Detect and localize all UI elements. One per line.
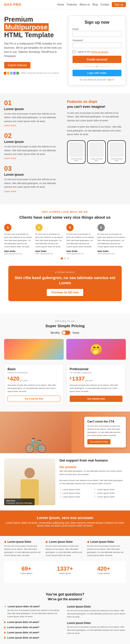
signin-link: Do you have an account? Sign in [73, 78, 121, 81]
lorem-card-icon-3: ◆ [87, 540, 89, 544]
faq-question-4[interactable]: ▶ Lorem ipsum dolor sit amet? [4, 631, 63, 634]
checklist-item-4: ✓ Lorem Ipsum Dolor [94, 488, 126, 491]
email-field[interactable] [73, 31, 121, 37]
password-label: Password [73, 39, 121, 42]
phone-2: YOUR PHONE APP [87, 140, 106, 164]
bike-image: 🚲 [0, 412, 72, 453]
check-icon-3: ✓ [60, 495, 62, 498]
feature-desc-2: At vero eos et accusam et justo duo dolo… [4, 145, 63, 156]
terms-checkbox-row: I agree to the Terms of Service [73, 50, 121, 53]
dot-2[interactable] [64, 257, 66, 260]
nav-signup-button[interactable]: Sign up [112, 2, 126, 7]
pricing-btn-basic[interactable]: Try it out for free [8, 396, 60, 402]
feature-num-1: 01 [4, 99, 63, 106]
lorem-card-text-2: At vero eos et accusam et justo duo dolo… [46, 545, 84, 557]
testi-role-3: CEO Awesome Inc. [66, 252, 95, 255]
checklist-item-2: ✓ Lorem Ipsum Dolor [60, 492, 92, 494]
support-person-image [4, 458, 55, 505]
testi-text-4: Te vero eos et accusam et justo duo dolo… [98, 233, 126, 248]
nav-home[interactable]: Home [57, 3, 64, 6]
checklist-item-1: ✓ Lorem Ipsum Dolor [60, 488, 92, 491]
toggle-yearly: Yearly [72, 331, 79, 334]
lorem-card-title-1: ◆ Lorem ipsum Dolor [4, 540, 43, 544]
nav-about[interactable]: About us [80, 3, 90, 6]
divider-text: ─────── or ─────── [73, 65, 121, 68]
learn-more-3[interactable]: Learn more [4, 190, 16, 193]
signup-card: Sign up now Email Password I agree to th… [68, 16, 126, 85]
feature-title-1: Lorem ipsum [4, 107, 63, 111]
terms-label: I agree to the Terms of Service [77, 50, 108, 53]
faq-question-5[interactable]: ▶ Lorem ipsum dolor sit amet? [4, 636, 63, 639]
testi-role-4: CEO Awesome Inc. [98, 252, 126, 255]
toggle-monthly: Monthly [51, 331, 60, 334]
features-left: 01 Lorem ipsum At vero eos et accusam et… [4, 99, 63, 198]
stats-row: 69+ Lorem Ipsum 1337+ Lorem Ipsum 420+ L… [8, 565, 122, 574]
checklist-item-3: ✓ Lorem Ipsum Dolor [60, 495, 92, 498]
learn-more-2[interactable]: Learn more [4, 157, 16, 160]
pricing-cards: Basic Perfect for Individuals $ 420 per … [4, 364, 126, 405]
lorem-banner-title: Lorem ipsum, vero eos accusam [4, 516, 126, 520]
features-right-subtitle: you can't even imagine! [67, 105, 126, 109]
lorem-card-3: ◆ Lorem ipsum Dolor At vero eos et accus… [87, 540, 126, 557]
cta-image-button[interactable]: Get started today [87, 439, 110, 444]
twitter-login-button[interactable]: Login with twitter [73, 70, 121, 76]
feature-item-3: 03 Lorem ipsum At vero eos et accusam et… [4, 165, 63, 193]
phone-screen-2 [89, 142, 103, 157]
testi-role-2: CEO Awesome Inc. [35, 252, 64, 255]
password-field[interactable] [73, 42, 121, 48]
feature-desc-3: At vero eos et accusam et justo duo dolo… [4, 178, 63, 189]
pricing-images: 🤭 [4, 339, 126, 360]
checklist-col-1: ✓ Lorem Ipsum Dolor ✓ Lorem Ipsum Dolor … [60, 488, 92, 499]
testi-name-2: Sam Duke [35, 250, 64, 252]
terms-link[interactable]: Terms of Service [91, 50, 108, 53]
hero-section: Premium Multipurpose HTML Template Das P… [0, 9, 130, 93]
toggle-switch[interactable] [62, 331, 70, 335]
faq-question-1[interactable]: ▼ Lorem ipsum dolor sit amet? [4, 605, 63, 608]
phone-screen-1 [69, 142, 83, 157]
stat-number-2: 1337+ [47, 565, 83, 572]
pricing-amount-basic: 420 [10, 376, 20, 382]
phone-screen-3 [109, 142, 124, 157]
lorem-card-title-2: ◆ Lorem ipsum Dolor [46, 540, 84, 544]
support-promise-title: Our promise [60, 465, 126, 469]
learn-more-1[interactable]: Learn more [4, 124, 16, 127]
pricing-image-left [4, 339, 64, 360]
support-checklist: ✓ Lorem Ipsum Dolor ✓ Lorem Ipsum Dolor … [60, 488, 126, 499]
faq-question-3[interactable]: ▶ Lorem ipsum dolor sit amet? [4, 626, 63, 629]
faq-chevron-2: ▶ [4, 621, 6, 623]
nav-contact[interactable]: Contact [100, 3, 109, 6]
testimonial-3: S Te vero eos et accusam et justo duo do… [66, 224, 95, 255]
checklist-item-5: ✓ Lorem Ipsum Dolor [94, 492, 126, 494]
testi-avatar-2: S [35, 224, 43, 231]
signin-anchor[interactable]: Sign in [107, 78, 114, 81]
cta-image-box: Can't resist the CTA At vero eos et accu… [84, 417, 126, 447]
stat-label-2: Lorem Ipsum [47, 572, 83, 574]
stat-2: 1337+ Lorem Ipsum [47, 565, 83, 574]
pricing-currency-pro: $ [70, 376, 72, 380]
dot-3[interactable] [67, 257, 69, 260]
cta-label: LOREM BONUS [14, 271, 116, 274]
support-title: Get support from real humans [60, 458, 126, 463]
create-account-button[interactable]: Create account [73, 56, 121, 63]
faq-question-2[interactable]: ▶ Lorem ipsum dolor sit amet? [4, 621, 63, 623]
explore-features-button[interactable]: Explore features [4, 62, 30, 68]
pricing-title: Super Simple Pricing [4, 324, 126, 328]
avatar-circles [4, 71, 20, 75]
cta-image-section: 🚲 Can't resist the CTA At vero eos et ac… [0, 412, 130, 453]
nav-blog[interactable]: Blog [93, 3, 98, 6]
nav-features[interactable]: Features [67, 3, 77, 6]
stats-section: 69+ Lorem Ipsum 1337+ Lorem Ipsum 420+ L… [4, 561, 126, 583]
dot-1[interactable] [61, 257, 63, 260]
terms-checkbox[interactable] [73, 50, 75, 53]
pricing-btn-pro[interactable]: Get started now [70, 396, 122, 402]
pricing-toggle: Monthly Yearly [4, 331, 126, 335]
testimonial-4: S Te vero eos et accusam et justo duo do… [98, 224, 126, 255]
lorem-card-icon-1: ◆ [4, 540, 6, 544]
support-left: Sam Doe Customer Success Manager [4, 458, 55, 505]
testi-name-3: Sam Duke [66, 250, 95, 252]
lorem-card-2: ◆ Lorem ipsum Dolor At vero eos et accus… [46, 540, 84, 557]
feature-title-3: Lorem ipsum [4, 173, 63, 176]
check-icon-1: ✓ [60, 488, 62, 491]
cta-purchase-button[interactable]: Purchase for $22 now [47, 289, 83, 296]
pricing-card-pro: Professional For startups & Agencies $ 1… [66, 364, 126, 405]
